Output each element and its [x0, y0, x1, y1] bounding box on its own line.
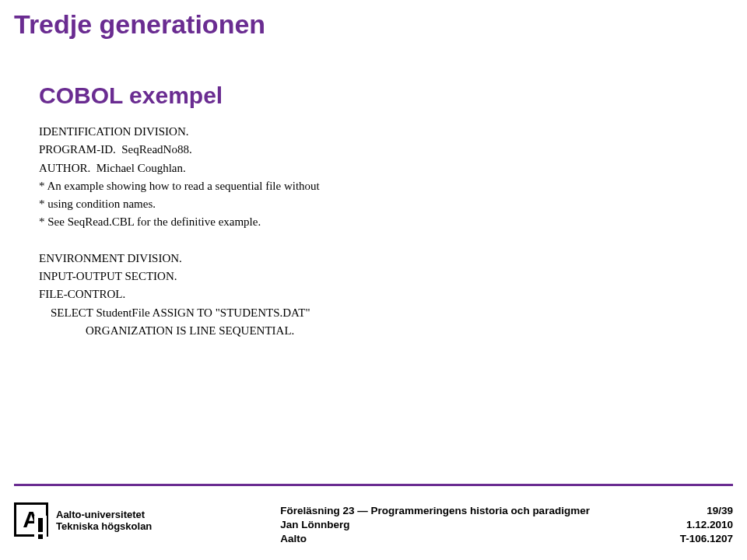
footer: A Aalto-universitetet Tekniska högskolan… — [0, 490, 747, 560]
lecturer-name: Jan Lönnberg — [280, 518, 679, 532]
lecture-date: 1.12.2010 — [680, 518, 733, 532]
aalto-logo-text: Aalto-universitetet Tekniska högskolan — [56, 507, 152, 533]
aalto-university-line1: Aalto-universitetet — [56, 509, 152, 521]
slide-title: Tredje generationen — [0, 0, 747, 40]
aalto-logo-mark: A — [14, 502, 48, 537]
page-number: 19/39 — [680, 504, 733, 518]
slide-subtitle: COBOL exempel — [0, 40, 747, 109]
slide: Tredje generationen COBOL exempel IDENTI… — [0, 0, 747, 560]
aalto-university-line2: Tekniska högskolan — [56, 521, 152, 533]
lecture-title: Föreläsning 23 — Programmeringens histor… — [280, 504, 679, 518]
footer-divider — [14, 484, 733, 486]
university-short: Aalto — [280, 532, 679, 546]
footer-center: Föreläsning 23 — Programmeringens histor… — [152, 502, 679, 547]
aalto-logo-exclaim — [34, 516, 47, 539]
code-block: IDENTIFICATION DIVISION. PROGRAM-ID. Seq… — [0, 109, 747, 340]
course-code: T-106.1207 — [680, 532, 733, 546]
footer-right: 19/39 1.12.2010 T-106.1207 — [680, 502, 733, 547]
aalto-logo: A Aalto-universitetet Tekniska högskolan — [14, 502, 152, 537]
